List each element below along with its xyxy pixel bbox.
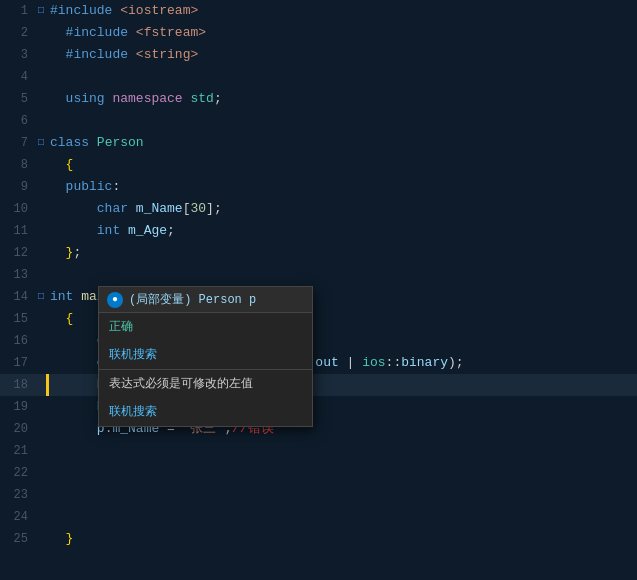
line-number-18: 18 <box>0 374 36 396</box>
line-number-3: 3 <box>0 44 36 66</box>
code-line-11: 11 int m_Age; <box>0 220 637 242</box>
line-content-9: public: <box>46 176 637 198</box>
autocomplete-popup: ● (局部变量) Person p 正确 联机搜索 表达式必须是可修改的左值 联… <box>98 286 313 427</box>
code-line-19: 19 Person p; <box>0 396 637 418</box>
line-number-2: 2 <box>0 22 36 44</box>
line-number-6: 6 <box>0 110 36 132</box>
code-line-16: 16 ofstream ofs; <box>0 330 637 352</box>
popup-item-link-2[interactable]: 联机搜索 <box>99 398 312 426</box>
line-number-13: 13 <box>0 264 36 286</box>
line-number-14: 14 <box>0 286 36 308</box>
code-line-12: 12 }; <box>0 242 637 264</box>
code-line-6: 6 <box>0 110 637 132</box>
line-content-5: using namespace std; <box>46 88 637 110</box>
line-content-1: #include <iostream> <box>46 0 637 22</box>
code-line-7: 7 □ class Person <box>0 132 637 154</box>
code-line-20: 20 p.m_Name = "张三";//错误 <box>0 418 637 440</box>
line-number-5: 5 <box>0 88 36 110</box>
popup-header-text: (局部变量) Person p <box>129 291 256 308</box>
code-line-10: 10 char m_Name[30]; <box>0 198 637 220</box>
code-line-17: 17 ofs.open("Person.txt", ios::out | ios… <box>0 352 637 374</box>
line-number-21: 21 <box>0 440 36 462</box>
line-number-11: 11 <box>0 220 36 242</box>
code-line-23: 23 <box>0 484 637 506</box>
line-content-22 <box>46 462 637 484</box>
line-content-7: class Person <box>46 132 637 154</box>
code-line-24: 24 <box>0 506 637 528</box>
line-number-22: 22 <box>0 462 36 484</box>
line-content-11: int m_Age; <box>46 220 637 242</box>
code-line-4: 4 <box>0 66 637 88</box>
line-content-23 <box>46 484 637 506</box>
line-content-21 <box>46 440 637 462</box>
line-number-20: 20 <box>0 418 36 440</box>
code-editor: 1 □ #include <iostream> 2 #include <fstr… <box>0 0 637 580</box>
yellow-indicator <box>46 374 49 396</box>
code-line-2: 2 #include <fstream> <box>0 22 637 44</box>
popup-header: ● (局部变量) Person p <box>99 287 312 313</box>
code-line-14: 14 □ int main() <box>0 286 637 308</box>
line-number-9: 9 <box>0 176 36 198</box>
popup-item-error: 表达式必须是可修改的左值 <box>99 370 312 398</box>
line-content-3: #include <string> <box>46 44 637 66</box>
code-line-15: 15 { <box>0 308 637 330</box>
line-number-17: 17 <box>0 352 36 374</box>
line-number-7: 7 <box>0 132 36 154</box>
code-line-9: 9 public: <box>0 176 637 198</box>
code-line-1: 1 □ #include <iostream> <box>0 0 637 22</box>
fold-7[interactable]: □ <box>36 132 46 154</box>
line-content-8: { <box>46 154 637 176</box>
code-line-13: 13 <box>0 264 637 286</box>
code-line-8: 8 { <box>0 154 637 176</box>
line-number-25: 25 <box>0 528 36 550</box>
code-line-22: 22 <box>0 462 637 484</box>
line-number-16: 16 <box>0 330 36 352</box>
line-content-2: #include <fstream> <box>46 22 637 44</box>
line-number-23: 23 <box>0 484 36 506</box>
code-container: 1 □ #include <iostream> 2 #include <fstr… <box>0 0 637 550</box>
code-line-25: 25 } <box>0 528 637 550</box>
code-line-21: 21 <box>0 440 637 462</box>
line-number-15: 15 <box>0 308 36 330</box>
line-number-24: 24 <box>0 506 36 528</box>
fold-1[interactable]: □ <box>36 0 46 22</box>
code-line-18: 18 Person p = {"张三",18};//正确 <box>0 374 637 396</box>
line-number-19: 19 <box>0 396 36 418</box>
line-number-8: 8 <box>0 154 36 176</box>
line-content-12: }; <box>46 242 637 264</box>
line-number-4: 4 <box>0 66 36 88</box>
fold-14[interactable]: □ <box>36 286 46 308</box>
popup-item-link-1[interactable]: 联机搜索 <box>99 341 312 369</box>
line-content-10: char m_Name[30]; <box>46 198 637 220</box>
line-number-1: 1 <box>0 0 36 22</box>
popup-variable-icon: ● <box>107 292 123 308</box>
popup-item-correct[interactable]: 正确 <box>99 313 312 341</box>
line-content-25: } <box>46 528 637 550</box>
line-number-12: 12 <box>0 242 36 264</box>
code-line-5: 5 using namespace std; <box>0 88 637 110</box>
code-line-3: 3 #include <string> <box>0 44 637 66</box>
line-number-10: 10 <box>0 198 36 220</box>
